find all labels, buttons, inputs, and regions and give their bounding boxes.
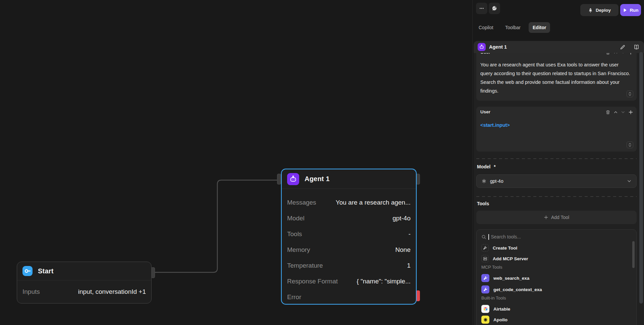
- resize-handle-icon[interactable]: [627, 142, 633, 148]
- resize-handle-icon[interactable]: [627, 91, 633, 97]
- openai-icon: [481, 178, 487, 184]
- row-label: Tools: [287, 230, 302, 238]
- tab-toolbar[interactable]: Toolbar: [501, 22, 525, 33]
- create-tool-label: Create Tool: [493, 246, 517, 251]
- agent-row-error: Error: [282, 289, 416, 305]
- sidebar-divider: [472, 0, 473, 325]
- more-options-button[interactable]: [476, 3, 487, 14]
- message-block-user[interactable]: User <start.input>: [476, 107, 637, 152]
- move-up-icon[interactable]: [613, 53, 618, 55]
- message-role[interactable]: User: [480, 53, 490, 55]
- row-value: -: [409, 230, 411, 238]
- tool-label: Airtable: [493, 307, 510, 312]
- delete-message-icon[interactable]: [605, 110, 610, 115]
- message-role[interactable]: User: [480, 109, 490, 114]
- mcp-server-icon: [481, 255, 489, 262]
- add-tool-label: Add Tool: [551, 215, 569, 220]
- tool-item-get-code-context-exa[interactable]: get_code_context_exa: [477, 284, 636, 295]
- system-prompt-textarea[interactable]: You are a research agent that uses Exa t…: [480, 60, 632, 95]
- agent-row-response-format: Response Format { "name": "simple...: [282, 273, 416, 289]
- row-label: Model: [287, 215, 305, 222]
- start-node[interactable]: Start Inputs input, conversationId +1: [17, 262, 152, 304]
- create-tool-wrench-icon: [481, 244, 489, 252]
- rocket-icon: [588, 8, 593, 13]
- message-block-system-prompt[interactable]: User You are a research agent that uses …: [476, 53, 637, 101]
- mcp-tool-wrench-icon: [481, 285, 489, 293]
- panel-scrollbar[interactable]: [639, 52, 643, 304]
- mcp-tools-group-header: MCP Tools: [481, 265, 502, 270]
- move-down-icon[interactable]: [621, 53, 625, 55]
- app-window: Start Inputs input, conversationId +1: [0, 0, 644, 325]
- edit-pencil-icon[interactable]: [620, 44, 626, 50]
- move-up-icon[interactable]: [613, 110, 618, 114]
- dropdown-scrollbar[interactable]: [632, 241, 635, 268]
- tab-copilot[interactable]: Copilot: [475, 22, 497, 33]
- deploy-label: Deploy: [596, 8, 611, 13]
- copilot-chat-button[interactable]: [489, 3, 500, 14]
- tools-section-label: Tools: [477, 201, 489, 206]
- play-icon: [623, 8, 627, 12]
- ellipsis-icon: [479, 6, 484, 11]
- docs-book-icon[interactable]: [634, 44, 639, 50]
- add-message-icon[interactable]: [628, 110, 633, 115]
- panel-title: Agent 1: [489, 44, 616, 50]
- plus-icon: [544, 215, 548, 220]
- add-message-icon[interactable]: [628, 53, 633, 55]
- row-label: Response Format: [287, 278, 338, 285]
- user-message-textarea[interactable]: <start.input>: [480, 121, 632, 129]
- tool-label: web_search_exa: [493, 276, 529, 281]
- row-label: Error: [287, 293, 301, 301]
- move-down-icon[interactable]: [621, 110, 625, 114]
- add-tool-button[interactable]: Add Tool: [476, 211, 637, 224]
- tool-search-input[interactable]: [491, 234, 605, 239]
- delete-message-icon[interactable]: [605, 53, 610, 55]
- agent-node-title: Agent 1: [305, 175, 330, 183]
- tool-item-airtable[interactable]: Airtable: [477, 304, 636, 314]
- add-mcp-server-item[interactable]: Add MCP Server: [477, 253, 636, 264]
- tab-editor[interactable]: Editor: [529, 22, 550, 33]
- agent-input-handle[interactable]: [277, 174, 281, 184]
- agent-row-messages: Messages You are a research agen...: [282, 195, 416, 210]
- create-tool-item[interactable]: Create Tool: [477, 242, 636, 253]
- row-value: gpt-4o: [392, 215, 411, 222]
- start-node-title: Start: [38, 267, 54, 275]
- run-label: Run: [630, 8, 638, 13]
- row-value: 1: [407, 262, 411, 269]
- divider: [282, 188, 416, 189]
- model-section-label: Model *: [477, 164, 496, 169]
- start-inputs-value: input, conversationId +1: [78, 288, 146, 295]
- row-value: You are a research agen...: [336, 199, 411, 206]
- required-mark: *: [494, 164, 495, 169]
- tab-label: Toolbar: [505, 25, 521, 30]
- section-divider: [476, 196, 637, 197]
- tools-dropdown: Create Tool Add MCP Server MCP Tools: [476, 229, 637, 325]
- model-select[interactable]: gpt-4o: [476, 174, 637, 188]
- agent-row-memory: Memory None: [282, 242, 416, 258]
- start-inputs-row: Inputs input, conversationId +1: [17, 280, 151, 303]
- deploy-button[interactable]: Deploy: [580, 4, 619, 16]
- search-icon: [481, 234, 486, 239]
- builtin-tools-group-header: Built-in Tools: [481, 295, 506, 301]
- tool-search-row[interactable]: [477, 232, 636, 242]
- run-button[interactable]: Run: [620, 4, 641, 16]
- text-caret: [488, 234, 489, 240]
- panel-scroll-area[interactable]: User You are a research agent that uses …: [474, 53, 644, 325]
- agent-node[interactable]: Agent 1 Messages You are a research agen…: [281, 169, 417, 305]
- row-value: { "name": "simple...: [357, 278, 411, 285]
- tool-label: Apollo: [493, 317, 507, 322]
- start-icon: [22, 266, 33, 276]
- tool-label: get_code_context_exa: [493, 287, 542, 292]
- tool-item-web-search-exa[interactable]: web_search_exa: [477, 273, 636, 283]
- agent-row-tools: Tools -: [282, 226, 416, 242]
- copilot-icon: [491, 5, 497, 11]
- row-value: None: [395, 246, 411, 254]
- add-mcp-server-label: Add MCP Server: [493, 256, 528, 261]
- airtable-icon: [481, 305, 489, 313]
- agent-row-temperature: Temperature 1: [282, 258, 416, 273]
- agent-editor-panel: Agent 1 User You are a research agent th…: [474, 41, 644, 325]
- chevron-down-icon: [627, 179, 632, 183]
- tab-label: Copilot: [479, 25, 493, 30]
- model-label: Model: [477, 164, 490, 169]
- tool-item-apollo[interactable]: Apollo: [477, 314, 636, 325]
- model-selected-value: gpt-4o: [490, 178, 624, 184]
